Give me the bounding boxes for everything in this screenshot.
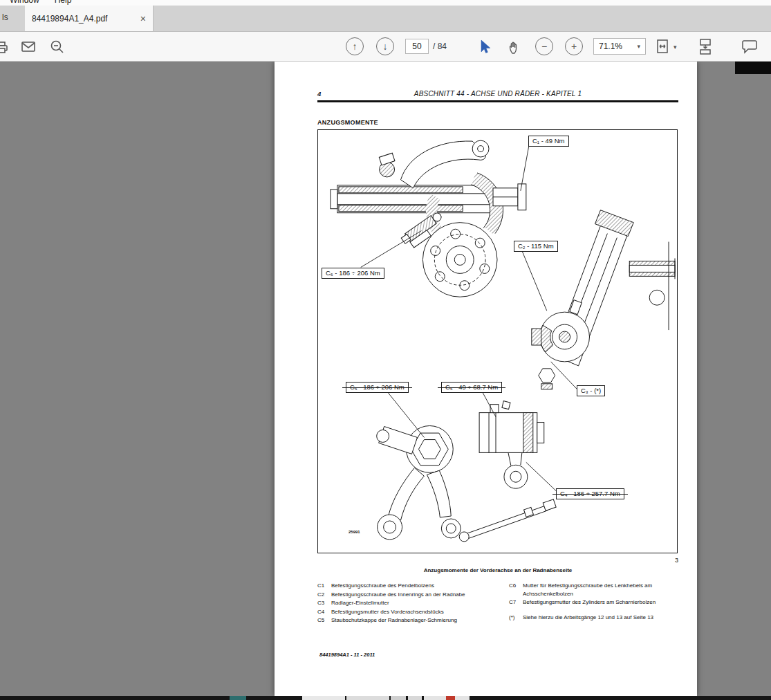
document-viewport[interactable]: 4 ABSCHNITT 44 - ACHSE UND RÄDER - KAPIT…: [0, 62, 771, 696]
menu-bar: Window Help: [0, 0, 771, 6]
legend-right-column: C6 Mutter für Befestigungsschraube des L…: [509, 582, 678, 625]
legend-item-c2: C2 Befestigungsschraube des Innenrings a…: [317, 591, 509, 599]
legend-key: C5: [317, 616, 331, 625]
select-tool-button[interactable]: [477, 39, 492, 55]
email-button[interactable]: [21, 40, 36, 53]
tools-label-fragment[interactable]: ls: [2, 12, 8, 22]
fit-width-button[interactable]: [656, 39, 671, 55]
legend-item-c1: C1 Befestigungsschraube des Pendelbolzen…: [317, 582, 509, 590]
page-scroll-icon: [697, 38, 714, 55]
zoom-level-select[interactable]: 71.1% ▾: [593, 38, 646, 55]
taskbar: [0, 696, 771, 700]
printer-icon: [0, 39, 9, 55]
legend-key: C4: [317, 608, 331, 616]
figure-number: 3: [666, 557, 678, 564]
legend-key: C1: [317, 582, 331, 590]
plus-icon: +: [571, 41, 577, 52]
legend-item-c4: C4 Befestigungsmutter des Vorderachsends…: [317, 608, 509, 616]
legend-text: Befestigungsschraube des Innenrings an d…: [331, 591, 470, 599]
technical-figure: C₁ - 49 Nm C₂ - 115 Nm C₆ - 186 ÷ 206 Nm…: [317, 129, 678, 553]
chapter-header: ABSCHNITT 44 - ACHSE UND RÄDER - KAPITEL…: [317, 90, 678, 98]
legend-text: Radlager-Einstellmutter: [331, 599, 470, 607]
menu-window[interactable]: Window: [10, 0, 39, 5]
cursor-arrow-icon: [477, 39, 492, 55]
legend-left-column: C1 Befestigungsschraube des Pendelbolzen…: [317, 582, 509, 625]
page-number-input[interactable]: [405, 39, 429, 54]
envelope-icon: [21, 40, 36, 53]
legend-text: Befestigungsschraube des Pendelbolzens: [331, 582, 470, 590]
document-tab-title: 84419894A1_A4.pdf: [32, 14, 133, 24]
header-rule: [317, 100, 678, 102]
legend-text: Staubschutzkappe der Radnabenlager-Schmi…: [331, 616, 470, 625]
callout-c6: C₆ - 186 ÷ 206 Nm: [322, 268, 384, 279]
callout-c2: C₂ - 115 Nm: [514, 241, 558, 252]
callout-c4: C₄ - 186 ÷ 257.7 Nm: [556, 488, 624, 499]
legend-text: Befestigungsmutter des Vorderachsendstüc…: [331, 608, 470, 616]
print-button[interactable]: [0, 39, 9, 55]
document-tab[interactable]: 84419894A1_A4.pdf ×: [25, 6, 154, 31]
legend-text: Mutter für Befestigungsschraube des Lenk…: [523, 582, 668, 598]
callout-c3: C₃ - (*): [577, 385, 605, 396]
callout-c1: C₁ - 49 Nm: [528, 136, 569, 147]
taskbar-window-fragment[interactable]: [346, 696, 389, 700]
legend-key: C2: [317, 591, 331, 599]
legend-key: C6: [509, 582, 523, 598]
figure-caption: Anzugsmomente der Vorderachse an der Rad…: [317, 567, 678, 573]
figure-code: 25991: [349, 530, 360, 534]
scroll-mode-button[interactable]: [697, 38, 714, 55]
pdf-page: 4 ABSCHNITT 44 - ACHSE UND RÄDER - KAPIT…: [275, 62, 697, 696]
legend-text: Befestigungsmutter des Zylinders am Scha…: [523, 598, 668, 607]
taskbar-window-fragment[interactable]: [302, 696, 345, 700]
hand-icon: [506, 39, 520, 55]
legend-key: C7: [509, 598, 523, 607]
legend-key: C3: [317, 599, 331, 607]
callout-c5-right: C₅ - 49 ÷ 68.7 Nm: [441, 382, 502, 393]
pdf-viewer-window: Window Help ls 84419894A1_A4.pdf ×: [0, 0, 771, 700]
comment-bubble-icon: [741, 39, 758, 54]
taskbar-window-fragment[interactable]: [391, 696, 406, 700]
arrow-down-icon: ↓: [383, 41, 388, 52]
chevron-down-icon: ▾: [637, 43, 640, 50]
page-count-label: / 84: [433, 42, 447, 51]
footnote-key: (*): [509, 614, 523, 622]
toolbar: ↑ ↓ / 84 − + 71.1% ▾: [0, 32, 771, 62]
taskbar-window-fragment[interactable]: [408, 696, 422, 700]
tab-close-icon[interactable]: ×: [140, 14, 146, 24]
zoom-in-button[interactable]: +: [565, 37, 583, 55]
zoom-level-value: 71.1%: [599, 42, 622, 51]
zoom-out-button[interactable]: −: [535, 37, 553, 55]
legend-item-c5: C5 Staubschutzkappe der Radnabenlager-Sc…: [317, 616, 509, 625]
legend-item-c7: C7 Befestigungsmutter des Zylinders am S…: [509, 598, 678, 607]
scrollbar-thumb[interactable]: [735, 62, 771, 74]
footnote: (*) Siehe hierzu die Arbeitsgänge 12 und…: [509, 614, 678, 622]
fit-width-icon: [656, 39, 671, 55]
menu-help[interactable]: Help: [55, 0, 72, 5]
magnifier-minus-icon: [50, 39, 65, 55]
minus-icon: −: [541, 41, 547, 52]
legend-item-c3: C3 Radlager-Einstellmutter: [317, 599, 509, 607]
comment-button[interactable]: [741, 39, 758, 54]
legend-item-c6: C6 Mutter für Befestigungsschraube des L…: [509, 582, 678, 598]
torque-legend: C1 Befestigungsschraube des Pendelbolzen…: [317, 582, 678, 625]
taskbar-window-fragment[interactable]: [446, 696, 455, 700]
zoom-out-tool-button[interactable]: [50, 39, 65, 55]
footnote-text: Siehe hierzu die Arbeitsgänge 12 und 13 …: [523, 614, 653, 622]
hand-tool-button[interactable]: [506, 39, 520, 55]
taskbar-window-fragment[interactable]: [230, 696, 246, 700]
chevron-down-icon[interactable]: ▾: [674, 44, 677, 50]
arrow-up-icon: ↑: [353, 41, 357, 52]
tab-bar: ls 84419894A1_A4.pdf ×: [0, 6, 771, 32]
document-footer: 84419894A1 - 11 - 2011: [319, 652, 375, 658]
next-page-button[interactable]: ↓: [376, 37, 394, 55]
previous-page-button[interactable]: ↑: [346, 37, 364, 55]
section-title: ANZUGSMOMENTE: [317, 119, 378, 126]
callout-c5-left: C₅ - 186 ÷ 206 Nm: [346, 382, 409, 393]
